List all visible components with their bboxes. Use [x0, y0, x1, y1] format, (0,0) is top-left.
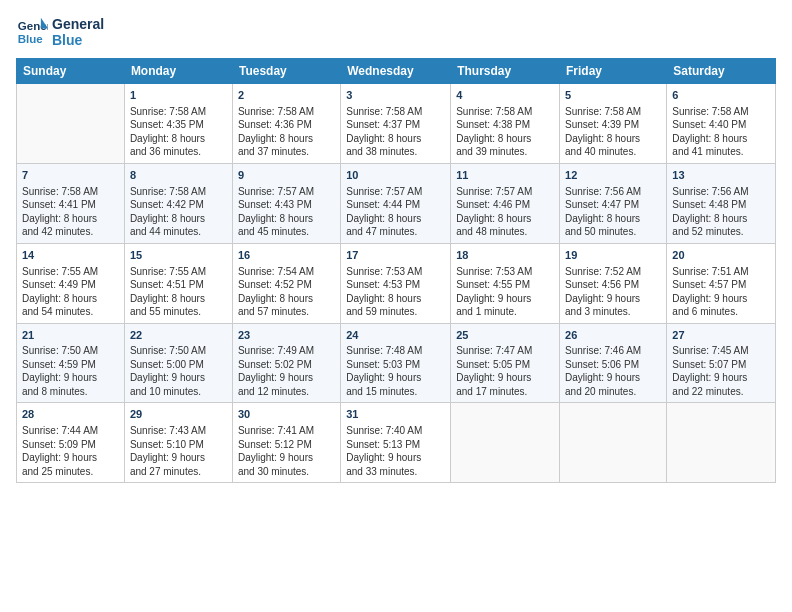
day-number: 19 [565, 248, 661, 263]
svg-text:Blue: Blue [18, 33, 44, 45]
day-number: 17 [346, 248, 445, 263]
calendar-table: SundayMondayTuesdayWednesdayThursdayFrid… [16, 58, 776, 483]
day-info: Sunrise: 7:50 AMSunset: 4:59 PMDaylight:… [22, 344, 119, 398]
logo-general: General [52, 16, 104, 32]
day-number: 20 [672, 248, 770, 263]
calendar-day-cell: 2Sunrise: 7:58 AMSunset: 4:36 PMDaylight… [232, 84, 340, 164]
calendar-day-cell [667, 403, 776, 483]
calendar-day-cell: 12Sunrise: 7:56 AMSunset: 4:47 PMDayligh… [560, 163, 667, 243]
calendar-day-cell: 24Sunrise: 7:48 AMSunset: 5:03 PMDayligh… [341, 323, 451, 403]
day-info: Sunrise: 7:57 AMSunset: 4:44 PMDaylight:… [346, 185, 445, 239]
calendar-day-header: Tuesday [232, 59, 340, 84]
day-number: 6 [672, 88, 770, 103]
calendar-day-cell: 19Sunrise: 7:52 AMSunset: 4:56 PMDayligh… [560, 243, 667, 323]
calendar-day-cell: 17Sunrise: 7:53 AMSunset: 4:53 PMDayligh… [341, 243, 451, 323]
day-number: 16 [238, 248, 335, 263]
calendar-week-row: 7Sunrise: 7:58 AMSunset: 4:41 PMDaylight… [17, 163, 776, 243]
calendar-day-header: Friday [560, 59, 667, 84]
day-info: Sunrise: 7:58 AMSunset: 4:40 PMDaylight:… [672, 105, 770, 159]
day-info: Sunrise: 7:49 AMSunset: 5:02 PMDaylight:… [238, 344, 335, 398]
day-number: 5 [565, 88, 661, 103]
day-info: Sunrise: 7:55 AMSunset: 4:51 PMDaylight:… [130, 265, 227, 319]
day-number: 15 [130, 248, 227, 263]
day-info: Sunrise: 7:58 AMSunset: 4:42 PMDaylight:… [130, 185, 227, 239]
calendar-day-cell: 22Sunrise: 7:50 AMSunset: 5:00 PMDayligh… [124, 323, 232, 403]
calendar-day-cell: 11Sunrise: 7:57 AMSunset: 4:46 PMDayligh… [451, 163, 560, 243]
day-info: Sunrise: 7:41 AMSunset: 5:12 PMDaylight:… [238, 424, 335, 478]
day-number: 26 [565, 328, 661, 343]
calendar-day-cell: 18Sunrise: 7:53 AMSunset: 4:55 PMDayligh… [451, 243, 560, 323]
calendar-day-cell: 27Sunrise: 7:45 AMSunset: 5:07 PMDayligh… [667, 323, 776, 403]
calendar-container: General Blue General Blue SundayMondayTu… [0, 0, 792, 493]
day-info: Sunrise: 7:53 AMSunset: 4:53 PMDaylight:… [346, 265, 445, 319]
calendar-day-cell: 4Sunrise: 7:58 AMSunset: 4:38 PMDaylight… [451, 84, 560, 164]
day-info: Sunrise: 7:52 AMSunset: 4:56 PMDaylight:… [565, 265, 661, 319]
day-info: Sunrise: 7:40 AMSunset: 5:13 PMDaylight:… [346, 424, 445, 478]
day-info: Sunrise: 7:44 AMSunset: 5:09 PMDaylight:… [22, 424, 119, 478]
calendar-day-cell: 25Sunrise: 7:47 AMSunset: 5:05 PMDayligh… [451, 323, 560, 403]
header-area: General Blue General Blue [16, 16, 776, 48]
day-number: 8 [130, 168, 227, 183]
day-info: Sunrise: 7:51 AMSunset: 4:57 PMDaylight:… [672, 265, 770, 319]
day-info: Sunrise: 7:56 AMSunset: 4:47 PMDaylight:… [565, 185, 661, 239]
calendar-day-cell: 29Sunrise: 7:43 AMSunset: 5:10 PMDayligh… [124, 403, 232, 483]
calendar-day-cell: 20Sunrise: 7:51 AMSunset: 4:57 PMDayligh… [667, 243, 776, 323]
calendar-day-header: Monday [124, 59, 232, 84]
day-info: Sunrise: 7:58 AMSunset: 4:36 PMDaylight:… [238, 105, 335, 159]
day-info: Sunrise: 7:57 AMSunset: 4:43 PMDaylight:… [238, 185, 335, 239]
calendar-day-header: Saturday [667, 59, 776, 84]
calendar-day-cell: 15Sunrise: 7:55 AMSunset: 4:51 PMDayligh… [124, 243, 232, 323]
day-number: 3 [346, 88, 445, 103]
day-info: Sunrise: 7:55 AMSunset: 4:49 PMDaylight:… [22, 265, 119, 319]
calendar-day-cell: 9Sunrise: 7:57 AMSunset: 4:43 PMDaylight… [232, 163, 340, 243]
day-number: 28 [22, 407, 119, 422]
day-info: Sunrise: 7:57 AMSunset: 4:46 PMDaylight:… [456, 185, 554, 239]
day-number: 18 [456, 248, 554, 263]
calendar-day-cell: 21Sunrise: 7:50 AMSunset: 4:59 PMDayligh… [17, 323, 125, 403]
calendar-day-cell: 14Sunrise: 7:55 AMSunset: 4:49 PMDayligh… [17, 243, 125, 323]
calendar-day-cell [17, 84, 125, 164]
calendar-week-row: 14Sunrise: 7:55 AMSunset: 4:49 PMDayligh… [17, 243, 776, 323]
day-info: Sunrise: 7:58 AMSunset: 4:37 PMDaylight:… [346, 105, 445, 159]
calendar-day-cell: 5Sunrise: 7:58 AMSunset: 4:39 PMDaylight… [560, 84, 667, 164]
day-number: 14 [22, 248, 119, 263]
calendar-day-cell: 6Sunrise: 7:58 AMSunset: 4:40 PMDaylight… [667, 84, 776, 164]
calendar-day-cell: 13Sunrise: 7:56 AMSunset: 4:48 PMDayligh… [667, 163, 776, 243]
day-info: Sunrise: 7:47 AMSunset: 5:05 PMDaylight:… [456, 344, 554, 398]
day-number: 30 [238, 407, 335, 422]
calendar-day-cell: 28Sunrise: 7:44 AMSunset: 5:09 PMDayligh… [17, 403, 125, 483]
calendar-day-cell: 3Sunrise: 7:58 AMSunset: 4:37 PMDaylight… [341, 84, 451, 164]
calendar-day-cell: 26Sunrise: 7:46 AMSunset: 5:06 PMDayligh… [560, 323, 667, 403]
day-number: 23 [238, 328, 335, 343]
day-number: 22 [130, 328, 227, 343]
calendar-day-header: Wednesday [341, 59, 451, 84]
day-number: 10 [346, 168, 445, 183]
calendar-day-cell [451, 403, 560, 483]
day-number: 13 [672, 168, 770, 183]
calendar-week-row: 28Sunrise: 7:44 AMSunset: 5:09 PMDayligh… [17, 403, 776, 483]
logo: General Blue General Blue [16, 16, 104, 48]
day-number: 1 [130, 88, 227, 103]
day-info: Sunrise: 7:58 AMSunset: 4:41 PMDaylight:… [22, 185, 119, 239]
calendar-header-row: SundayMondayTuesdayWednesdayThursdayFrid… [17, 59, 776, 84]
calendar-day-header: Thursday [451, 59, 560, 84]
day-number: 2 [238, 88, 335, 103]
calendar-day-cell: 30Sunrise: 7:41 AMSunset: 5:12 PMDayligh… [232, 403, 340, 483]
logo-icon: General Blue [16, 16, 48, 48]
day-number: 31 [346, 407, 445, 422]
calendar-day-cell: 31Sunrise: 7:40 AMSunset: 5:13 PMDayligh… [341, 403, 451, 483]
day-info: Sunrise: 7:53 AMSunset: 4:55 PMDaylight:… [456, 265, 554, 319]
calendar-day-cell: 16Sunrise: 7:54 AMSunset: 4:52 PMDayligh… [232, 243, 340, 323]
day-info: Sunrise: 7:43 AMSunset: 5:10 PMDaylight:… [130, 424, 227, 478]
calendar-week-row: 21Sunrise: 7:50 AMSunset: 4:59 PMDayligh… [17, 323, 776, 403]
calendar-day-header: Sunday [17, 59, 125, 84]
calendar-day-cell: 23Sunrise: 7:49 AMSunset: 5:02 PMDayligh… [232, 323, 340, 403]
day-info: Sunrise: 7:48 AMSunset: 5:03 PMDaylight:… [346, 344, 445, 398]
day-info: Sunrise: 7:54 AMSunset: 4:52 PMDaylight:… [238, 265, 335, 319]
day-number: 11 [456, 168, 554, 183]
day-info: Sunrise: 7:45 AMSunset: 5:07 PMDaylight:… [672, 344, 770, 398]
calendar-day-cell: 8Sunrise: 7:58 AMSunset: 4:42 PMDaylight… [124, 163, 232, 243]
day-number: 12 [565, 168, 661, 183]
day-number: 29 [130, 407, 227, 422]
day-info: Sunrise: 7:58 AMSunset: 4:38 PMDaylight:… [456, 105, 554, 159]
